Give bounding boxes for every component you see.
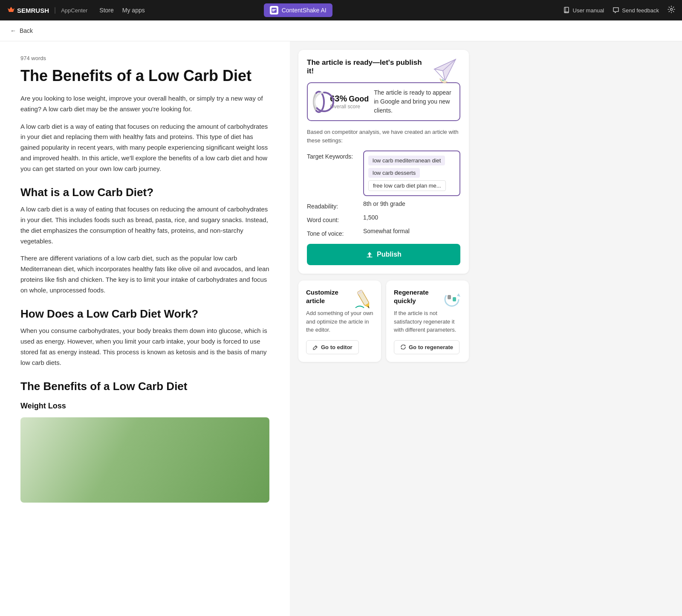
article-section2-title: How Does a Low Carb Diet Work?	[20, 307, 269, 321]
pencil-svg	[351, 286, 377, 312]
appcenter-label: AppCenter	[61, 7, 87, 14]
readability-value: 8th or 9th grade	[363, 200, 405, 207]
brand-logo[interactable]: SEMRUSH | AppCenter	[7, 6, 87, 14]
app-icon	[270, 6, 278, 14]
gear-svg	[668, 6, 675, 13]
score-row: 63% Good Overall score The article is re…	[307, 82, 460, 121]
article-section1-title: What is a Low Carb Diet?	[20, 186, 269, 199]
go-to-editor-label: Go to editor	[321, 344, 353, 350]
svg-rect-13	[453, 297, 456, 301]
send-feedback-btn[interactable]: Send feedback	[613, 7, 659, 14]
svg-marker-0	[8, 7, 14, 12]
keywords-box: low carb mediterranean diet low carb des…	[363, 150, 460, 196]
tone-row: Tone of voice: Somewhat formal	[307, 228, 460, 237]
publish-btn-label: Publish	[377, 251, 402, 258]
readability-row: Readability: 8th or 9th grade	[307, 200, 460, 210]
settings-icon[interactable]	[668, 6, 675, 15]
regenerate-illustration	[439, 286, 465, 312]
go-to-regenerate-button[interactable]: Go to regenerate	[394, 340, 459, 354]
customize-card-desc: Add something of your own and optimize t…	[306, 309, 373, 334]
word-count-row: Word count: 1,500	[307, 214, 460, 223]
score-text-group: 63% Good Overall score	[330, 94, 369, 110]
publish-button[interactable]: Publish	[307, 244, 460, 265]
user-manual-label: User manual	[573, 7, 604, 14]
keywords-label: Target Keywords:	[307, 150, 358, 160]
article-section3-sub: Weight Loss	[20, 402, 269, 411]
svg-marker-11	[457, 293, 460, 297]
progress-ring-svg	[313, 91, 335, 113]
article-para-1: Are you looking to lose weight, improve …	[20, 93, 269, 115]
right-panel: The article is ready—let's publish it! 6…	[290, 41, 477, 616]
top-navigation: SEMRUSH | AppCenter Store My apps Conten…	[0, 0, 682, 20]
svg-point-3	[670, 8, 673, 10]
user-manual-btn[interactable]: User manual	[564, 7, 604, 14]
word-count: 974 words	[20, 55, 269, 61]
svg-point-10	[445, 292, 459, 306]
nav-separator: |	[54, 6, 56, 14]
bottom-cards: Customize article Add something of your …	[298, 281, 469, 362]
regen-svg	[439, 286, 465, 312]
semrush-label: SEMRUSH	[17, 7, 49, 14]
regenerate-card: Regenerate quickly If the article is not…	[386, 281, 469, 362]
publish-card: The article is ready—let's publish it! 6…	[298, 50, 469, 274]
article-section2-text: When you consume carbohydrates, your bod…	[20, 326, 269, 368]
send-feedback-label: Send feedback	[622, 7, 659, 14]
regenerate-card-desc: If the article is not satisfactory regen…	[394, 309, 461, 334]
app-badge[interactable]: ContentShake AI	[264, 3, 332, 17]
book-icon	[564, 7, 570, 14]
main-layout: 974 words The Benefits of a Low Carb Die…	[0, 41, 682, 616]
go-to-editor-button[interactable]: Go to editor	[306, 340, 359, 354]
feedback-icon	[613, 7, 619, 14]
semrush-icon	[7, 6, 15, 14]
word-count-val: 1,500	[363, 214, 378, 221]
svg-marker-14	[405, 344, 406, 346]
store-link[interactable]: Store	[99, 7, 113, 14]
svg-rect-12	[448, 295, 451, 299]
article-title: The Benefits of a Low Carb Diet	[20, 67, 269, 85]
tone-label: Tone of voice:	[307, 228, 358, 237]
go-to-regenerate-label: Go to regenerate	[409, 344, 453, 350]
keywords-row: Target Keywords: low carb mediterranean …	[307, 150, 460, 196]
contentshake-icon	[271, 7, 277, 13]
svg-marker-15	[401, 348, 402, 350]
back-label: Back	[20, 27, 33, 34]
publish-icon	[366, 251, 373, 258]
settings-intro: Based on competitor analysis, we have cr…	[307, 128, 460, 145]
paper-plane-svg	[428, 55, 462, 85]
article-pane: 974 words The Benefits of a Low Carb Die…	[0, 41, 290, 616]
word-count-key: Word count:	[307, 214, 358, 223]
app-name: ContentShake AI	[282, 7, 327, 14]
score-sub-label: Overall score	[330, 104, 369, 110]
readability-label: Readability:	[307, 200, 358, 210]
tone-value: Somewhat formal	[363, 228, 410, 234]
pencil-icon	[312, 344, 318, 350]
article-section1-text2: There are different variations of a low …	[20, 253, 269, 295]
score-label-text: Good	[349, 95, 369, 104]
keyword-chip-3: free low carb diet plan me...	[368, 180, 446, 191]
keyword-chip-2: low carb desserts	[368, 168, 420, 178]
back-button[interactable]: ← Back	[0, 20, 682, 41]
article-image	[20, 417, 269, 503]
article-body: Are you looking to lose weight, improve …	[20, 93, 269, 503]
paper-plane-decoration	[428, 55, 462, 87]
article-section3-title: The Benefits of a Low Carb Diet	[20, 380, 269, 393]
customize-card: Customize article Add something of your …	[298, 281, 381, 362]
score-description: The article is ready to appear in Google…	[374, 88, 454, 115]
back-arrow-icon: ←	[10, 27, 16, 34]
customize-illustration	[351, 286, 377, 312]
regen-icon	[400, 344, 406, 350]
article-image-inner	[20, 417, 269, 503]
article-section1-text: A low carb diet is a way of eating that …	[20, 204, 269, 246]
article-para-2: A low carb diet is a way of eating that …	[20, 121, 269, 174]
keyword-chip-1: low carb mediterranean diet	[368, 156, 445, 165]
my-apps-link[interactable]: My apps	[122, 7, 145, 14]
score-circle	[313, 91, 325, 113]
